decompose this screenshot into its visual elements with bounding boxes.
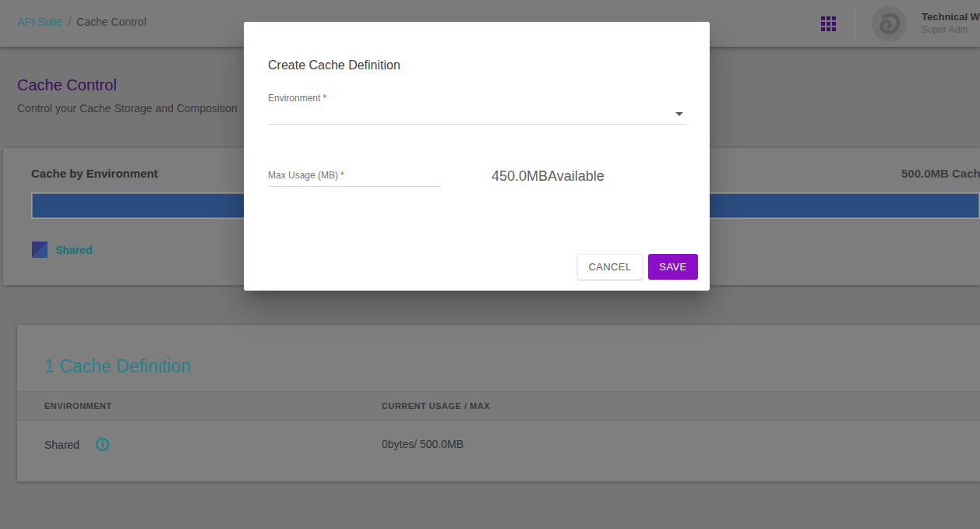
cancel-button[interactable]: CANCEL: [577, 254, 643, 280]
save-button[interactable]: SAVE: [648, 254, 698, 280]
dialog-title: Create Cache Definition: [268, 58, 400, 72]
chevron-down-icon: [675, 112, 683, 116]
available-capacity-hint: 450.0MBAvailable: [492, 168, 605, 185]
max-usage-input[interactable]: [268, 179, 441, 187]
create-cache-definition-dialog: Create Cache Definition Environment* Max…: [244, 22, 710, 291]
environment-select[interactable]: [268, 102, 686, 125]
dialog-actions: CANCEL SAVE: [577, 254, 698, 280]
